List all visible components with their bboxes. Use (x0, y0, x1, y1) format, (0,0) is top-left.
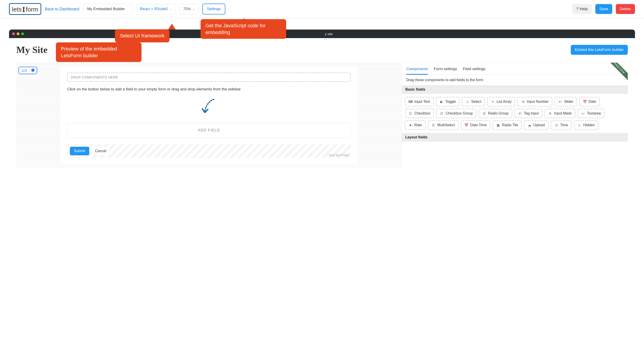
framework-select[interactable]: React + RSuite5 ⌄ (136, 4, 176, 14)
window-max-icon[interactable] (21, 33, 24, 35)
add-field-button[interactable]: ADD FIELD (67, 123, 350, 138)
help-button[interactable]: ? Help (572, 4, 592, 14)
logo-i: I (22, 5, 25, 14)
top-bar: letsIform Back to Dashboard React + RSui… (0, 0, 644, 18)
field-chip-select[interactable]: ◇Select (462, 97, 485, 106)
tab-components[interactable]: Components (406, 67, 428, 75)
field-chip-radio-group[interactable]: ☰Radio Group (478, 109, 512, 118)
field-chip-radio-tile[interactable]: ▦Radio Tile (492, 120, 522, 130)
field-grid: ⌨Input Text◐Toggle◇Select≡List Array½Inp… (402, 94, 628, 133)
field-chip-checkbox[interactable]: ☑Checkbox (405, 109, 434, 118)
logo-lets: lets (12, 6, 22, 13)
sidebar-hint: Drag these components to add fields to t… (402, 75, 628, 85)
callout-framework: Select UI framework (115, 29, 170, 42)
input-number-icon: ½ (521, 100, 525, 104)
field-chip-label: Slider (564, 100, 573, 104)
field-chip-rate[interactable]: ★Rate (405, 120, 426, 130)
arrow-decoration (67, 96, 350, 117)
canvas-hint: Click on the button below to add a field… (67, 86, 350, 92)
field-chip-label: Textarea (587, 111, 601, 115)
field-chip-label: Radio Group (488, 111, 508, 115)
sidebar-tabs: Components Form settings Field settings (402, 63, 628, 75)
multiselect-icon: ☰ (432, 123, 436, 127)
tab-field-settings[interactable]: Field settings (463, 67, 485, 75)
sidebar: PREVIEW Components Form settings Field s… (402, 63, 628, 168)
canvas-tab-numbers[interactable]: 123 (19, 67, 29, 74)
settings-button[interactable]: Settings (202, 4, 225, 15)
field-chip-label: MultiSelect (437, 123, 455, 127)
field-chip-checkbox-group[interactable]: ☑Checkbox Group (436, 109, 476, 118)
browser-titlebar: y site (9, 30, 635, 38)
field-chip-hidden[interactable]: ◇Hidden (574, 120, 598, 130)
checkbox-icon: ☑ (408, 111, 412, 115)
window-close-icon[interactable] (12, 33, 15, 35)
canvas-area: 123 DROP COMPONENTS HERE Click on the bu… (16, 63, 402, 168)
checkbox-group-icon: ☑ (440, 111, 444, 115)
field-chip-date-time[interactable]: 📅Date Time (461, 120, 490, 130)
field-chip-input-text[interactable]: ⌨Input Text (405, 97, 434, 106)
chevron-down-icon: ⌄ (193, 8, 195, 11)
cancel-button[interactable]: Cancel (92, 147, 110, 155)
toggle-icon: ◐ (440, 100, 444, 104)
field-chip-toggle[interactable]: ◐Toggle (436, 97, 460, 106)
tag-input-icon: 🏷 (518, 111, 522, 115)
list-array-icon: ≡ (491, 100, 495, 104)
field-chip-multiselect[interactable]: ☰MultiSelect (428, 120, 458, 130)
canvas-mode-tabs: 123 (18, 67, 37, 74)
input-text-icon: ⌨ (408, 100, 412, 104)
rate-icon: ★ (408, 123, 412, 127)
field-chip-label: Checkbox (414, 111, 430, 115)
field-chip-label: Hidden (584, 123, 595, 127)
embed-builder-button[interactable]: Embed this LetsForm builder (571, 45, 628, 55)
help-icon: ? (576, 7, 578, 11)
canvas-tab-check[interactable] (29, 67, 37, 74)
tab-form-settings[interactable]: Form settings (434, 67, 457, 75)
preview-ribbon: PREVIEW (610, 63, 628, 81)
field-chip-input-number[interactable]: ½Input Number (517, 97, 552, 106)
field-chip-textarea[interactable]: ▭Textarea (578, 109, 604, 118)
input-mask-icon: A (548, 111, 552, 115)
field-chip-label: Input Number (527, 100, 549, 104)
field-chip-label: Upload (533, 123, 545, 127)
field-chip-label: Tag Input (524, 111, 539, 115)
form-name-input[interactable] (83, 4, 132, 14)
save-button[interactable]: Save (595, 4, 612, 14)
field-chip-label: List Array (497, 100, 512, 104)
select-icon: ◇ (465, 100, 469, 104)
callout-embed-code: Get the JavaScript code for embedding (200, 19, 286, 39)
field-chip-tag-input[interactable]: 🏷Tag Input (514, 109, 542, 118)
field-chip-list-array[interactable]: ≡List Array (487, 97, 515, 106)
field-chip-label: Checkbox Group (446, 111, 473, 115)
slider-icon: ⊷ (558, 100, 562, 104)
time-icon: ◷ (554, 123, 558, 127)
logo: letsIform (9, 3, 41, 15)
site-title: My Site (16, 45, 48, 55)
form-canvas: DROP COMPONENTS HERE Click on the button… (60, 67, 358, 164)
chevron-down-icon: ⌄ (170, 8, 172, 11)
field-chip-input-mask[interactable]: AInput Mask (545, 109, 575, 118)
field-chip-time[interactable]: ◷Time (551, 120, 572, 130)
field-chip-label: Input Mask (554, 111, 572, 115)
form-actions: Submit Cancel TEST BUTTONS (67, 144, 350, 158)
zoom-value: 75% (183, 7, 191, 11)
field-chip-label: Rate (414, 123, 422, 127)
field-chip-upload[interactable]: ☁Upload (524, 120, 548, 130)
window-min-icon[interactable] (17, 33, 20, 35)
section-basic-fields: Basic fields (402, 85, 628, 94)
submit-button[interactable]: Submit (70, 147, 89, 155)
framework-value: React + RSuite5 (140, 7, 168, 11)
dropzone[interactable]: DROP COMPONENTS HERE (67, 73, 350, 82)
field-chip-label: Select (471, 100, 481, 104)
field-chip-label: Toggle (445, 100, 456, 104)
field-chip-date[interactable]: 📅Date (579, 97, 600, 106)
radio-group-icon: ☰ (482, 111, 486, 115)
date-icon: 📅 (583, 100, 587, 104)
delete-button[interactable]: Delete (616, 4, 635, 14)
section-layout-fields: Layout fields (402, 133, 628, 142)
callout-tail (168, 24, 176, 30)
back-to-dashboard-link[interactable]: Back to Dashboard (45, 7, 79, 12)
field-chip-slider[interactable]: ⊷Slider (554, 97, 577, 106)
browser-title: y site (325, 32, 332, 36)
zoom-select[interactable]: 75% ⌄ (179, 4, 199, 14)
date-time-icon: 📅 (464, 123, 468, 127)
